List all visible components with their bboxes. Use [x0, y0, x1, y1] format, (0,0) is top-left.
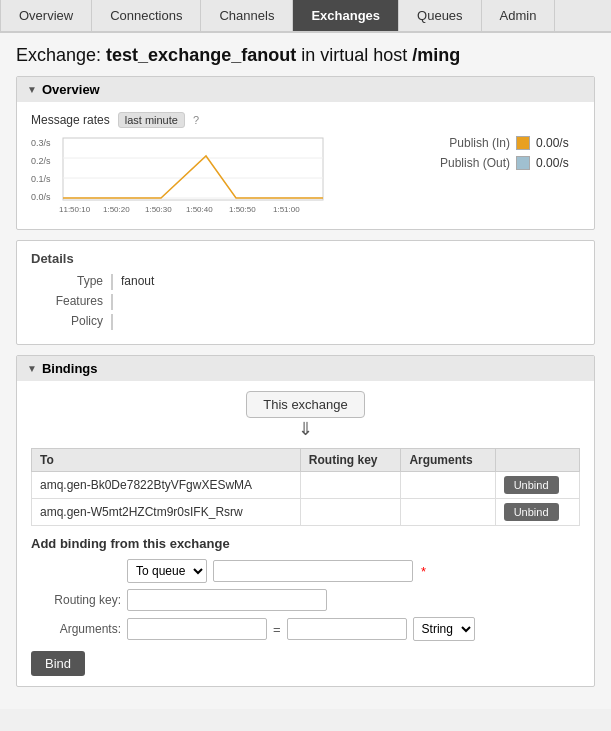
overview-section-body: Message rates last minute ? 0.3/s 0.2/s … — [17, 102, 594, 229]
table-row: amq.gen-W5mt2HZCtm9r0sIFK_Rsrw Unbind — [32, 499, 580, 526]
this-exchange-center: This exchange ⇓ — [31, 391, 580, 438]
binding-rk-1 — [300, 472, 401, 499]
question-mark-icon[interactable]: ? — [193, 114, 199, 126]
message-rate-chart: 0.3/s 0.2/s 0.1/s 0.0/s 11:50:10 — [31, 136, 326, 216]
col-actions — [495, 449, 579, 472]
svg-text:0.0/s: 0.0/s — [31, 192, 51, 202]
vhost-name: /ming — [412, 45, 460, 65]
exchange-name: test_exchange_fanout — [106, 45, 296, 65]
unbind-button-1[interactable]: Unbind — [504, 476, 559, 494]
publish-out-color-box — [516, 156, 530, 170]
required-star: * — [421, 564, 426, 579]
svg-text:0.3/s: 0.3/s — [31, 138, 51, 148]
publish-out-label: Publish (Out) — [440, 156, 510, 170]
svg-text:1:50:30: 1:50:30 — [145, 205, 172, 214]
arguments-label: Arguments: — [31, 622, 121, 636]
binding-to-1: amq.gen-Bk0De7822BtyVFgwXESwMA — [32, 472, 301, 499]
svg-text:11:50:10: 11:50:10 — [59, 205, 91, 214]
tab-admin[interactable]: Admin — [482, 0, 556, 31]
overview-arrow-icon: ▼ — [27, 84, 37, 95]
chart-svg: 0.3/s 0.2/s 0.1/s 0.0/s 11:50:10 — [31, 136, 424, 219]
binding-action-2: Unbind — [495, 499, 579, 526]
to-queue-row: To queue * — [31, 559, 580, 583]
tab-queues[interactable]: Queues — [399, 0, 482, 31]
policy-value — [111, 314, 580, 330]
title-prefix: Exchange: — [16, 45, 101, 65]
message-rates-bar: Message rates last minute ? — [31, 112, 580, 128]
legend-publish-out: Publish (Out) 0.00/s — [440, 156, 580, 170]
chart-area: 0.3/s 0.2/s 0.1/s 0.0/s 11:50:10 — [31, 136, 580, 219]
routing-key-row: Routing key: — [31, 589, 580, 611]
bindings-header-label: Bindings — [42, 361, 98, 376]
add-binding-title: Add binding from this exchange — [31, 536, 580, 551]
svg-text:1:50:40: 1:50:40 — [186, 205, 213, 214]
type-value: fanout — [111, 274, 580, 290]
binding-action-1: Unbind — [495, 472, 579, 499]
features-label: Features — [31, 294, 111, 310]
details-section: Details Type fanout Features Policy — [16, 240, 595, 345]
publish-in-color-box — [516, 136, 530, 150]
arguments-row: Arguments: = String — [31, 617, 580, 641]
table-row: amq.gen-Bk0De7822BtyVFgwXESwMA Unbind — [32, 472, 580, 499]
last-minute-badge[interactable]: last minute — [118, 112, 185, 128]
details-title: Details — [31, 251, 580, 266]
type-label: Type — [31, 274, 111, 290]
arguments-value-input[interactable] — [287, 618, 407, 640]
publish-in-label: Publish (In) — [449, 136, 510, 150]
nav-tabs: Overview Connections Channels Exchanges … — [0, 0, 611, 33]
bindings-section: ▼ Bindings This exchange ⇓ To Routing ke… — [16, 355, 595, 687]
svg-text:1:51:00: 1:51:00 — [273, 205, 300, 214]
policy-label: Policy — [31, 314, 111, 330]
message-rates-label: Message rates — [31, 113, 110, 127]
bindings-table-header-row: To Routing key Arguments — [32, 449, 580, 472]
bindings-section-header[interactable]: ▼ Bindings — [17, 356, 594, 381]
publish-in-value: 0.00/s — [536, 136, 569, 150]
main-content: Exchange: test_exchange_fanout in virtua… — [0, 33, 611, 709]
svg-text:1:50:50: 1:50:50 — [229, 205, 256, 214]
svg-text:0.1/s: 0.1/s — [31, 174, 51, 184]
svg-text:1:50:20: 1:50:20 — [103, 205, 130, 214]
bindings-arrow-icon: ▼ — [27, 363, 37, 374]
details-row-type: Type fanout — [31, 274, 580, 290]
tab-overview[interactable]: Overview — [0, 0, 92, 31]
col-to: To — [32, 449, 301, 472]
routing-key-label: Routing key: — [31, 593, 121, 607]
publish-out-value: 0.00/s — [536, 156, 569, 170]
overview-section: ▼ Overview Message rates last minute ? 0… — [16, 76, 595, 230]
details-row-policy: Policy — [31, 314, 580, 330]
chart-legend: Publish (In) 0.00/s Publish (Out) 0.00/s — [440, 136, 580, 170]
routing-key-input[interactable] — [127, 589, 327, 611]
bind-button[interactable]: Bind — [31, 651, 85, 676]
binding-to-2: amq.gen-W5mt2HZCtm9r0sIFK_Rsrw — [32, 499, 301, 526]
svg-text:0.2/s: 0.2/s — [31, 156, 51, 166]
details-section-body: Details Type fanout Features Policy — [17, 241, 594, 344]
page-title: Exchange: test_exchange_fanout in virtua… — [16, 45, 595, 66]
arguments-input[interactable] — [127, 618, 267, 640]
binding-args-2 — [401, 499, 495, 526]
bindings-section-body: This exchange ⇓ To Routing key Arguments… — [17, 381, 594, 686]
this-exchange-button[interactable]: This exchange — [246, 391, 365, 418]
bindings-table: To Routing key Arguments amq.gen-Bk0De78… — [31, 448, 580, 526]
binding-rk-2 — [300, 499, 401, 526]
details-row-features: Features — [31, 294, 580, 310]
col-routing-key: Routing key — [300, 449, 401, 472]
details-table: Type fanout Features Policy — [31, 274, 580, 330]
tab-channels[interactable]: Channels — [201, 0, 293, 31]
string-select[interactable]: String — [413, 617, 475, 641]
overview-header-label: Overview — [42, 82, 100, 97]
col-arguments: Arguments — [401, 449, 495, 472]
arrow-down-icon: ⇓ — [298, 420, 313, 438]
legend-publish-in: Publish (In) 0.00/s — [440, 136, 580, 150]
features-value — [111, 294, 580, 310]
binding-args-1 — [401, 472, 495, 499]
tab-connections[interactable]: Connections — [92, 0, 201, 31]
tab-exchanges[interactable]: Exchanges — [293, 0, 399, 31]
overview-section-header[interactable]: ▼ Overview — [17, 77, 594, 102]
to-queue-input[interactable] — [213, 560, 413, 582]
to-queue-select[interactable]: To queue — [127, 559, 207, 583]
unbind-button-2[interactable]: Unbind — [504, 503, 559, 521]
equals-sign: = — [273, 622, 281, 637]
